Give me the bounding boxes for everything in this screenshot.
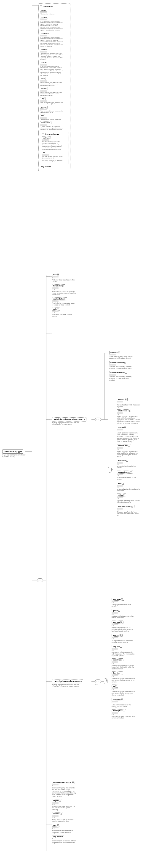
attribute-name: contentrefs (40, 121, 51, 124)
element-desc: A sequence of tokens associated with the… (112, 651, 135, 656)
element-desc: The role in the overall content stream. (52, 314, 76, 317)
expand-icon[interactable]: + (123, 710, 125, 712)
attribute-desc: The identifier of the part (40, 13, 63, 15)
element-box: regionDelim+ (52, 298, 67, 301)
expand-icon[interactable]: + (124, 362, 126, 364)
cardinality: 0..∞ (112, 702, 152, 704)
wire (46, 824, 52, 825)
i18n-title-text: i18nAttributes (45, 133, 59, 135)
expand-icon[interactable]: + (57, 825, 59, 826)
expand-icon[interactable]: + (115, 685, 117, 687)
element-box: icon+ (52, 273, 61, 276)
element-item: regionDelim+▓▓▓▓▓▓▓▓A delimiter for a re… (52, 298, 89, 306)
element-box: dateline+ (112, 672, 123, 675)
element-box: link+ (52, 824, 60, 827)
expand-icon[interactable]: − (80, 680, 82, 682)
attribute-desc: A space delimited set of idrefs of eleme… (40, 126, 63, 130)
expand-icon[interactable]: + (120, 659, 122, 661)
any-attribute: any ##other (40, 165, 69, 168)
expand-icon[interactable]: + (124, 427, 126, 428)
expand-icon[interactable]: + (57, 274, 59, 275)
element-item: dateline+▓▓▓▓▓▓▓▓0..∞A natural-language … (112, 672, 152, 683)
attribute-item: dir▓▓▓▓▓▓▓▓▓The directionality of textua… (42, 151, 67, 159)
cardinality: 0..∞ (52, 785, 93, 786)
expand-icon[interactable]: + (120, 646, 122, 648)
element-desc: An alternative identifier assigned to th… (117, 488, 141, 492)
bottom-any-desc: Extension point for provider-defined pro… (52, 840, 76, 843)
expand-icon[interactable]: + (128, 410, 130, 412)
element-item: urgency+▓▓▓▓▓▓▓▓The editorial urgency of… (109, 351, 145, 359)
attribute-desc: Indicates by which means the value was e… (40, 82, 63, 86)
expand-icon[interactable]: + (60, 813, 62, 815)
attribute-item: creatoruri▓▓▓▓▓▓▓▓▓If the attribute is e… (40, 32, 69, 47)
expand-icon[interactable]: + (121, 598, 123, 600)
expand-icon[interactable]: + (122, 483, 124, 485)
expand-icon[interactable]: + (120, 634, 121, 636)
expand-icon[interactable]: + (126, 460, 128, 462)
attribute-name: whyuri (40, 106, 47, 109)
expand-icon[interactable]: + (123, 494, 125, 496)
expand-icon[interactable]: + (120, 672, 122, 674)
cardinality: 0..∞ (112, 689, 152, 690)
attribute-item: seq▓▓▓▓▓▓▓▓▓The sequence number of the p… (40, 114, 69, 120)
cardinality: 0..∞ (112, 714, 152, 715)
expand-icon[interactable]: + (125, 372, 127, 374)
element-desc: A nature, intellectual or journalistic f… (112, 615, 135, 619)
attribute-name: dir (42, 151, 46, 154)
expand-icon[interactable]: + (120, 621, 122, 623)
attribute-item: howuri▓▓▓▓▓▓▓▓▓Indicates by which means … (40, 87, 69, 96)
cardinality: 0..∞ (117, 430, 154, 432)
expand-icon[interactable]: + (59, 800, 61, 802)
expand-icon[interactable]: − (84, 418, 85, 421)
wire (25, 451, 32, 452)
wire (104, 353, 109, 353)
element-item: language+▓▓▓▓▓▓▓▓0..∞A language used by … (112, 598, 152, 607)
cardinality: 0..∞ (112, 614, 152, 615)
expand-icon[interactable]: + (131, 506, 133, 507)
wire (46, 333, 52, 334)
expand-icon[interactable]: + (63, 285, 64, 287)
attribute-item: why▓▓▓▓▓▓▓▓▓Why the metadata has been in… (40, 97, 69, 105)
admin-group-box: AdministrativeMetadataGroup − (52, 417, 86, 422)
admin-group-desc: A group of properties associated with th… (52, 422, 84, 425)
cardinality: 0..∞ (117, 509, 154, 511)
element-box: contributor+ (117, 444, 131, 447)
element-item: contentCreated+▓▓▓▓▓▓▓▓The date (and opt… (109, 361, 145, 369)
cardinality: 0..∞ (117, 414, 154, 415)
element-box: description+ (112, 709, 126, 712)
element-item: edNote+▓▓▓▓▓▓▓▓0..∞A note addressed to t… (52, 812, 93, 822)
i18n-title: i18nAttributes (42, 133, 67, 135)
i18n-group: i18nAttributes xml:lang▓▓▓▓▓▓▓▓▓Specifie… (40, 132, 69, 164)
expand-icon[interactable]: + (118, 351, 120, 353)
element-desc: A free-form textual description of the c… (112, 715, 135, 719)
element-box: located+ (117, 398, 128, 401)
expand-icon[interactable]: + (118, 610, 120, 612)
content-elements: icon+▓▓▓▓▓▓▓▓0..∞An iconic visual identi… (52, 273, 89, 319)
cardinality: 0..∞ (112, 638, 152, 639)
desc-group: DescriptiveMetadataGroup − A group of pr… (52, 679, 84, 687)
expand-icon[interactable]: + (130, 471, 132, 473)
wire (32, 5, 39, 6)
element-box: edNote+ (52, 812, 63, 815)
attribute-desc: If the attribute is empty, specifies whi… (40, 36, 63, 47)
wire (46, 839, 52, 839)
element-desc: A link from the current Item to a target… (52, 830, 76, 833)
root-type: partMetaPropType A type representing the… (2, 450, 26, 458)
any-attribute-label: any ##other (40, 165, 52, 168)
expand-icon[interactable]: + (121, 699, 123, 700)
element-desc: A language used by the news content (112, 604, 135, 607)
expand-icon[interactable]: + (125, 399, 126, 400)
cardinality: 0..∞ (52, 828, 93, 830)
expand-icon[interactable]: + (128, 445, 130, 447)
cardinality: 0..∞ (52, 277, 89, 279)
expand-icon[interactable]: + (64, 298, 66, 300)
expand-icon[interactable]: + (57, 308, 59, 310)
element-desc: A natural-language statement of the date… (112, 678, 135, 683)
element-box: genre+ (112, 609, 121, 612)
expand-icon[interactable]: + (72, 781, 74, 783)
attribute-item: partid▓▓▓▓▓▓▓▓▓The identifier of the par… (40, 9, 69, 15)
attribute-name: xml:lang (42, 136, 51, 140)
element-desc: A brief and snappy introduction to the c… (112, 664, 135, 670)
element-box: partMetaExtProperty+ (52, 781, 75, 784)
admin-group: AdministrativeMetadataGroup − A group of… (52, 417, 86, 425)
